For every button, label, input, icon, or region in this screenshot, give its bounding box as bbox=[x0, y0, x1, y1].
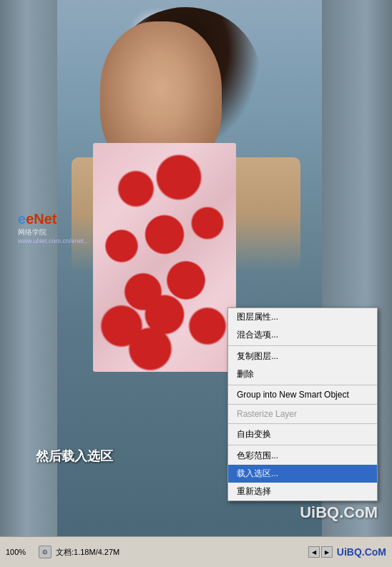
doc-info: 文档:1.18M/4.27M bbox=[56, 547, 304, 558]
menu-separator-5 bbox=[228, 445, 377, 445]
nav-prev-button[interactable]: ◀ bbox=[308, 546, 320, 558]
menu-item-reselect[interactable]: 重新选择 bbox=[228, 483, 377, 501]
enet-text: eNet bbox=[26, 211, 57, 227]
enet-url: www.uNet.com.cn/enet... bbox=[18, 237, 147, 245]
enet-sub: 网络学院 bbox=[18, 227, 147, 237]
menu-item-color-range[interactable]: 色彩范围... bbox=[228, 447, 377, 465]
status-bar: 100% ⊙ 文档:1.18M/4.27M ◀ ▶ UiBQ.CoM bbox=[0, 536, 392, 567]
menu-item-duplicate-layer[interactable]: 复制图层... bbox=[228, 347, 377, 365]
menu-separator-4 bbox=[228, 423, 377, 424]
fabric-image bbox=[93, 143, 236, 372]
main-canvas: eeNet 网络学院 www.uNet.com.cn/enet... 然后载入选… bbox=[0, 0, 392, 536]
bottom-watermark: UiBQ.CoM bbox=[300, 503, 378, 522]
menu-item-layer-properties[interactable]: 图层属性... bbox=[228, 308, 377, 326]
menu-separator-2 bbox=[228, 385, 377, 385]
enet-logo: eeNet bbox=[18, 211, 147, 227]
menu-item-load-selection[interactable]: 载入选区... bbox=[228, 465, 377, 483]
site-watermark: UiBQ.CoM bbox=[337, 546, 386, 558]
context-menu: 图层属性... 混合选项... 复制图层... 删除 Group into Ne… bbox=[227, 307, 378, 501]
menu-separator-1 bbox=[228, 345, 377, 346]
menu-item-blending-options[interactable]: 混合选项... bbox=[228, 326, 377, 344]
menu-separator-3 bbox=[228, 404, 377, 405]
nav-controls: ◀ ▶ bbox=[308, 546, 333, 558]
chinese-instruction: 然后载入选区 bbox=[36, 448, 113, 465]
nav-next-button[interactable]: ▶ bbox=[321, 546, 333, 558]
enet-e: e bbox=[18, 211, 26, 227]
menu-item-group-smart[interactable]: Group into New Smart Object bbox=[228, 387, 377, 403]
menu-item-delete[interactable]: 删除 bbox=[228, 365, 377, 383]
menu-item-rasterize: Rasterize Layer bbox=[228, 406, 377, 422]
enet-watermark: eeNet 网络学院 www.uNet.com.cn/enet... bbox=[18, 211, 147, 245]
status-icon-left[interactable]: ⊙ bbox=[39, 546, 52, 558]
menu-item-free-transform[interactable]: 自由变换 bbox=[228, 425, 377, 443]
zoom-level: 100% bbox=[6, 548, 34, 556]
